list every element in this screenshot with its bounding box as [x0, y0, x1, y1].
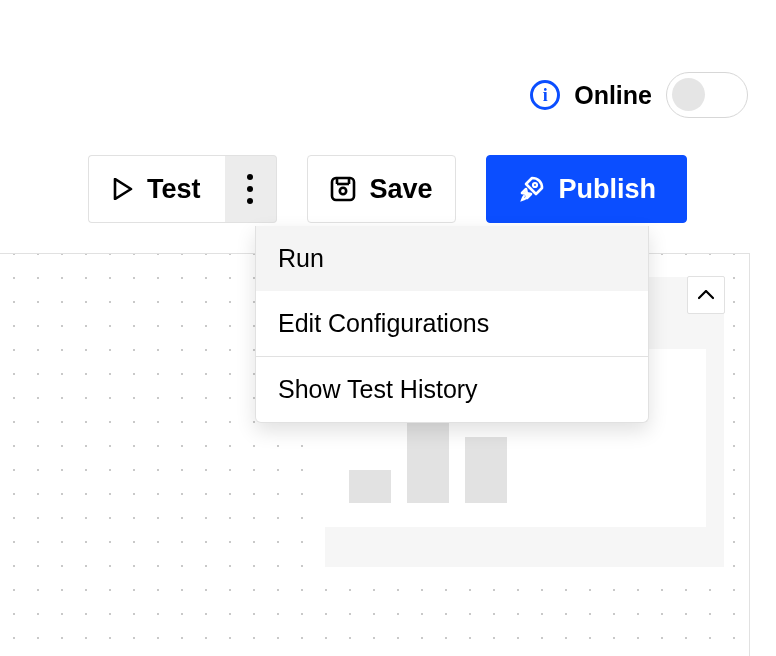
dropdown-item-run[interactable]: Run [256, 226, 648, 291]
toolbar: Test Save Publish [88, 155, 687, 223]
dropdown-item-label: Edit Configurations [278, 309, 489, 337]
more-button[interactable] [225, 155, 277, 223]
publish-button-label: Publish [559, 174, 657, 205]
save-button-label: Save [370, 174, 433, 205]
svg-point-6 [533, 183, 537, 187]
save-button[interactable]: Save [307, 155, 456, 223]
publish-button[interactable]: Publish [486, 155, 688, 223]
dropdown-item-edit-configurations[interactable]: Edit Configurations [256, 291, 648, 356]
test-dropdown: Run Edit Configurations Show Test Histor… [255, 226, 649, 423]
online-toggle[interactable] [666, 72, 748, 118]
more-vertical-icon [247, 174, 253, 204]
save-disk-icon [330, 176, 356, 202]
status-label: Online [574, 81, 652, 110]
dropdown-item-label: Show Test History [278, 375, 478, 403]
play-icon [113, 178, 133, 200]
collapse-button[interactable] [687, 276, 725, 314]
chart-bar [349, 470, 391, 503]
dropdown-item-label: Run [278, 244, 324, 272]
info-icon[interactable]: i [530, 80, 560, 110]
svg-marker-0 [115, 179, 131, 199]
chart-bar [465, 437, 507, 503]
toggle-knob [672, 78, 705, 111]
svg-point-2 [339, 188, 345, 194]
test-button-label: Test [147, 174, 201, 205]
test-button[interactable]: Test [88, 155, 225, 223]
dropdown-item-show-test-history[interactable]: Show Test History [256, 357, 648, 422]
status-bar: i Online [530, 72, 748, 118]
rocket-icon [517, 175, 545, 203]
chevron-up-icon [698, 286, 714, 304]
